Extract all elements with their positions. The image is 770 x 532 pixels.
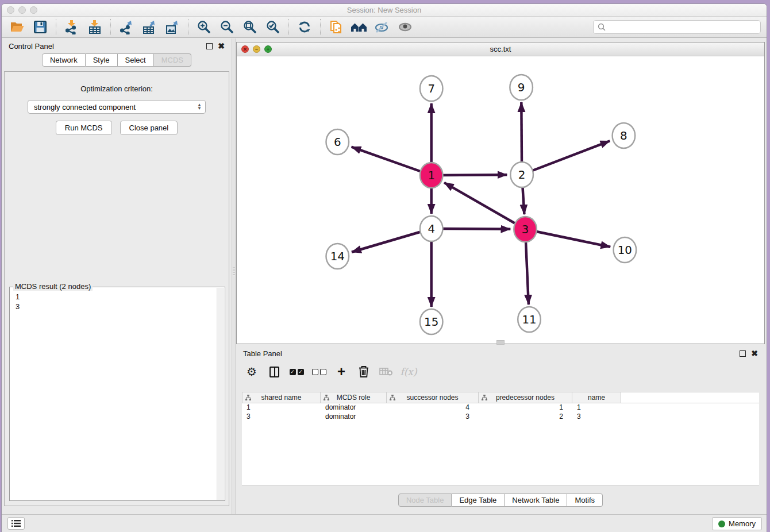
task-history-button[interactable] xyxy=(7,517,25,530)
table-body: 1dominator4113dominator323 xyxy=(242,403,759,422)
table-cell[interactable]: 3 xyxy=(242,413,321,422)
node-2[interactable]: 2 xyxy=(510,162,533,187)
result-scrollbar[interactable] xyxy=(217,288,224,500)
close-window-button[interactable] xyxy=(7,6,14,14)
table-tab-edge-table[interactable]: Edge Table xyxy=(452,494,505,507)
export-table-icon[interactable] xyxy=(140,19,159,35)
column-selector-icon[interactable] xyxy=(267,364,282,379)
zoom-in-icon[interactable] xyxy=(194,19,214,35)
delete-column-icon[interactable] xyxy=(356,364,371,379)
table-tab-network-table[interactable]: Network Table xyxy=(505,494,567,507)
titlebar: Session: New Session xyxy=(2,4,767,17)
zoom-selected-icon[interactable] xyxy=(263,19,283,35)
close-table-panel-icon[interactable]: ✖ xyxy=(751,350,758,357)
table-row[interactable]: 1dominator411 xyxy=(242,403,759,413)
deselect-all-icon[interactable] xyxy=(311,364,326,379)
float-table-panel-icon[interactable] xyxy=(740,350,746,357)
tree-icon xyxy=(482,395,487,400)
network-window-titlebar: ✕ − + scc.txt xyxy=(237,43,764,56)
select-all-icon[interactable]: ✓✓ xyxy=(289,364,304,379)
minimize-network-icon[interactable]: − xyxy=(253,45,260,53)
home-layout-icon[interactable] xyxy=(349,19,369,35)
clone-network-icon[interactable] xyxy=(326,19,346,35)
import-table-icon[interactable] xyxy=(85,19,105,35)
close-network-icon[interactable]: ✕ xyxy=(241,45,249,53)
network-canvas[interactable]: 7968124314101511 xyxy=(237,56,764,344)
control-panel-title: Control Panel xyxy=(9,42,54,51)
save-session-icon[interactable] xyxy=(30,19,50,35)
close-panel-button[interactable]: Close panel xyxy=(120,121,178,135)
table-row[interactable]: 3dominator323 xyxy=(242,413,759,422)
close-panel-icon[interactable]: ✖ xyxy=(218,43,225,49)
network-window-title: scc.txt xyxy=(237,43,764,56)
edge-4-14[interactable] xyxy=(352,229,432,252)
criterion-dropdown[interactable]: strongly connected component ▲▼ xyxy=(28,100,206,114)
import-network-icon[interactable] xyxy=(62,19,82,35)
hide-panel-eye-icon[interactable] xyxy=(372,19,392,35)
tab-select[interactable]: Select xyxy=(118,53,154,67)
table-cell[interactable]: 1 xyxy=(572,403,621,413)
column-header-shared-name[interactable]: shared name xyxy=(242,392,321,403)
node-10[interactable]: 10 xyxy=(614,237,637,263)
tab-mcds[interactable]: MCDS xyxy=(154,53,191,67)
panel-splitter[interactable] xyxy=(232,38,236,514)
table-cell[interactable]: 3 xyxy=(572,413,621,422)
table-cell[interactable]: 3 xyxy=(387,413,479,422)
float-panel-icon[interactable] xyxy=(206,43,213,49)
minimize-window-button[interactable] xyxy=(18,6,26,14)
svg-text:9: 9 xyxy=(518,81,525,94)
maximize-window-button[interactable] xyxy=(30,6,37,14)
gear-icon[interactable]: ⚙ xyxy=(244,364,259,379)
column-header-successor-nodes[interactable]: successor nodes xyxy=(387,392,479,403)
export-image-icon[interactable] xyxy=(163,19,182,35)
maximize-network-icon[interactable]: + xyxy=(264,45,272,53)
node-11[interactable]: 11 xyxy=(518,307,541,332)
column-header-MCDS-role[interactable]: MCDS role xyxy=(321,392,387,403)
list-icon xyxy=(11,520,21,527)
tab-network[interactable]: Network xyxy=(42,53,86,67)
table-tab-node-table[interactable]: Node Table xyxy=(398,494,452,507)
delete-table-icon xyxy=(379,364,394,379)
show-panel-eye-icon[interactable] xyxy=(395,19,415,35)
node-6[interactable]: 6 xyxy=(326,129,349,155)
node-15[interactable]: 15 xyxy=(420,309,443,334)
node-7[interactable]: 7 xyxy=(420,76,443,101)
edge-2-8[interactable] xyxy=(522,141,610,175)
edge-3-10[interactable] xyxy=(525,229,610,247)
toolbar-separator xyxy=(110,19,111,35)
column-header-name[interactable]: name xyxy=(572,392,621,403)
export-network-icon[interactable] xyxy=(117,19,136,35)
add-column-icon[interactable]: + xyxy=(334,364,349,379)
table-tab-motifs[interactable]: Motifs xyxy=(567,494,603,507)
node-3[interactable]: 3 xyxy=(514,217,537,242)
node-1[interactable]: 1 xyxy=(420,163,443,188)
search-field[interactable] xyxy=(593,20,761,34)
network-graph[interactable]: 7968124314101511 xyxy=(237,56,764,344)
svg-text:11: 11 xyxy=(522,313,536,326)
memory-button[interactable]: Memory xyxy=(712,517,762,530)
table-cell[interactable]: 1 xyxy=(479,403,572,413)
table-cell[interactable]: 2 xyxy=(479,413,572,422)
edge-3-1[interactable] xyxy=(444,183,525,229)
node-4[interactable]: 4 xyxy=(420,216,443,241)
table-cell[interactable]: 4 xyxy=(387,403,479,413)
table-cell[interactable]: dominator xyxy=(321,403,387,413)
refresh-icon[interactable] xyxy=(295,19,314,35)
run-mcds-button[interactable]: Run MCDS xyxy=(56,121,112,135)
table-cell[interactable]: 1 xyxy=(242,403,321,413)
node-9[interactable]: 9 xyxy=(510,75,533,100)
table-cell[interactable]: dominator xyxy=(321,413,387,422)
search-input[interactable] xyxy=(609,23,756,32)
open-session-icon[interactable] xyxy=(7,19,27,35)
canvas-resize-grip[interactable] xyxy=(496,340,505,345)
node-14[interactable]: 14 xyxy=(326,244,349,269)
main-area: Control Panel ✖ NetworkStyleSelectMCDS O… xyxy=(2,38,767,514)
criterion-value: strongly connected component xyxy=(34,103,136,111)
node-8[interactable]: 8 xyxy=(613,123,636,148)
tab-style[interactable]: Style xyxy=(86,53,118,67)
edge-1-6[interactable] xyxy=(352,147,432,175)
zoom-fit-icon[interactable] xyxy=(240,19,260,35)
column-header-predecessor-nodes[interactable]: predecessor nodes xyxy=(479,392,572,403)
splitter-handle[interactable] xyxy=(233,267,235,276)
zoom-out-icon[interactable] xyxy=(217,19,237,35)
